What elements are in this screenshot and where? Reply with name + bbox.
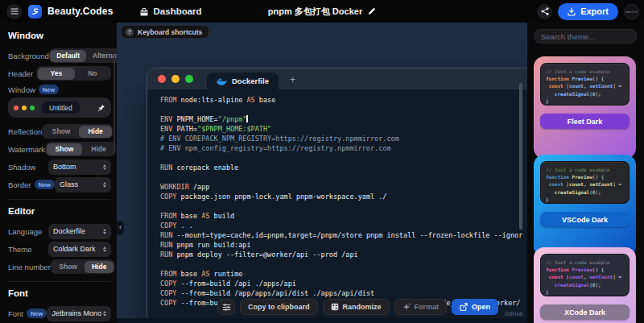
dashboard-label: Dashboard	[154, 6, 202, 16]
setting-row-border: Border New Glass	[8, 176, 111, 193]
background-option-default[interactable]: Default	[50, 50, 86, 62]
font-value: Jetbrains Mono	[52, 309, 101, 317]
setting-row-header: Header Yes No	[8, 65, 111, 81]
header-option-yes[interactable]: Yes	[38, 68, 76, 80]
shadow-select[interactable]: Bottom	[48, 159, 111, 175]
border-select[interactable]: Glass	[55, 177, 111, 193]
background-option-alternative[interactable]: Alternative	[86, 50, 117, 62]
theme-apply-button[interactable]: VSCode Dark	[540, 212, 630, 227]
shadow-label: Shadow	[8, 163, 35, 172]
line-number-option-hide[interactable]: Hide	[85, 261, 114, 273]
maximize-traffic-light[interactable]	[185, 75, 193, 83]
pin-icon[interactable]	[97, 104, 105, 112]
reflection-segmented: Show Hide	[42, 124, 113, 139]
divider	[8, 199, 111, 200]
line-number-option-show[interactable]: Show	[52, 261, 85, 273]
font-label: Font	[8, 309, 23, 318]
chevron-updown-icon	[103, 246, 106, 252]
language-select[interactable]: Dockerfile	[48, 224, 111, 239]
share-icon	[541, 7, 549, 15]
shadow-value: Bottom	[53, 163, 76, 171]
window-new-badge: New	[39, 85, 59, 94]
theme-panel: // Just a code examplefunction Preview()…	[527, 23, 644, 323]
watermark-option-show[interactable]: Show	[47, 143, 83, 155]
theme-label: Theme	[8, 245, 32, 254]
download-icon	[568, 7, 576, 16]
copy-to-clipboard-button[interactable]: Copy to clipboard	[240, 299, 318, 315]
setting-row-theme: Theme Coldark Dark	[8, 241, 111, 257]
export-label: Export	[580, 6, 609, 16]
traffic-lights	[158, 75, 193, 83]
chevron-updown-icon	[103, 229, 106, 234]
format-button[interactable]: Format	[394, 299, 448, 315]
chevron-updown-icon	[103, 182, 106, 188]
keyboard-shortcuts-label: Keyboard shortcuts	[138, 28, 202, 36]
edit-title-icon[interactable]	[368, 7, 376, 15]
github-watermark: GitHub	[505, 310, 523, 317]
docker-whale-icon	[217, 77, 227, 85]
border-label-wrap: Border New	[8, 180, 55, 189]
settings-sliders-button[interactable]	[217, 299, 235, 315]
sidebar-collapse-handle[interactable]: ‹	[117, 221, 124, 235]
font-select[interactable]: Jetbrains Mono	[47, 306, 111, 321]
setting-row-reflection: Reflection Show Hide	[8, 123, 111, 139]
minimize-traffic-light[interactable]	[171, 75, 180, 83]
reflection-option-hide[interactable]: Hide	[79, 126, 111, 138]
format-label: Format	[415, 303, 440, 311]
randomize-button[interactable]: Randomize	[323, 299, 390, 315]
topbar-actions: Export <nst/>	[537, 0, 639, 23]
export-button[interactable]: Export	[558, 3, 618, 20]
theme-apply-button[interactable]: XCode Dark	[540, 304, 630, 320]
add-tab-button[interactable]: +	[290, 74, 295, 85]
sliders-icon	[222, 304, 231, 311]
reflection-option-show[interactable]: Show	[43, 126, 80, 138]
search-theme-input[interactable]	[534, 29, 637, 43]
window-style-preview[interactable]: Untitled	[8, 97, 111, 118]
menu-button[interactable]	[6, 4, 22, 19]
sidebar-scrollbar[interactable]	[114, 55, 115, 151]
window-preview-title: Untitled	[42, 101, 80, 114]
theme-select[interactable]: Coldark Dark	[48, 242, 111, 257]
close-traffic-light[interactable]	[158, 75, 166, 83]
brand-logo-icon[interactable]	[28, 5, 42, 19]
theme-apply-button[interactable]: Fleet Dark	[540, 114, 630, 129]
theme-preview-code: // Just a code examplefunction Preview()…	[540, 63, 630, 106]
theme-card-vscode-dark[interactable]: // Just a code examplefunction Preview()…	[534, 155, 636, 257]
header-segmented: Yes No	[36, 66, 111, 81]
font-label-wrap: Font New	[8, 309, 47, 318]
watermark-option-hide[interactable]: Hide	[82, 143, 114, 155]
window-label: Window	[8, 85, 35, 94]
reflection-label: Reflection	[8, 127, 42, 136]
editor-tab-bar: Dockerfile +	[147, 68, 527, 89]
vertical-scrollbar[interactable]	[519, 83, 522, 230]
copy-label: Copy to clipboard	[248, 303, 310, 311]
user-avatar[interactable]: <nst/>	[624, 4, 639, 19]
theme-value: Coldark Dark	[53, 245, 96, 253]
nav-dashboard[interactable]: Dashboard	[139, 6, 202, 16]
background-segmented: Default Alternative	[49, 48, 117, 63]
setting-row-watermark: Watermark Show Hide	[8, 141, 111, 157]
tab-label: Dockerfile	[232, 77, 269, 85]
theme-card-xcode-dark[interactable]: // Just a code examplefunction Preview()…	[534, 247, 636, 323]
theme-card-fleet-dark[interactable]: // Just a code examplefunction Preview()…	[534, 56, 636, 159]
keyboard-shortcuts-button[interactable]: ? Keyboard shortcuts	[121, 25, 209, 39]
share-button[interactable]	[537, 4, 552, 19]
setting-row-font: Font New Jetbrains Mono	[8, 305, 111, 321]
chevron-updown-icon	[103, 164, 106, 170]
app-root: Beauty.Codes Dashboard pnpm 多包打包 Docker …	[0, 0, 644, 323]
sparkles-icon	[402, 303, 411, 311]
section-title-editor: Editor	[8, 206, 111, 216]
setting-row-window: Window New	[8, 83, 111, 96]
tab-dockerfile[interactable]: Dockerfile	[207, 72, 279, 89]
open-button[interactable]: Open	[452, 299, 498, 315]
header-option-no[interactable]: No	[75, 68, 109, 80]
settings-sidebar: Window Background Default Alternative He…	[0, 23, 117, 323]
randomize-label: Randomize	[343, 303, 382, 311]
language-value: Dockerfile	[53, 227, 85, 235]
horizontal-scrollbar[interactable]	[117, 318, 527, 323]
language-label: Language	[8, 227, 42, 236]
editor-window[interactable]: Dockerfile + FROM node:lts-alpine AS bas…	[147, 68, 527, 323]
watermark-label: Watermark	[8, 145, 45, 154]
setting-row-line-number: Line number Show Hide	[8, 259, 111, 275]
external-link-icon	[460, 303, 468, 311]
